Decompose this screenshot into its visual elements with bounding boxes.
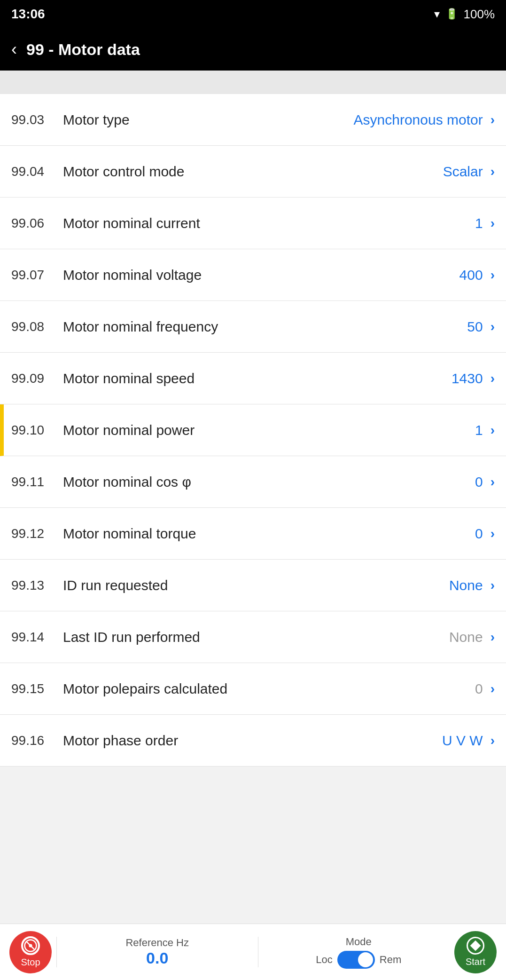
param-code: 99.06 [11,216,63,231]
param-value: 400 [459,267,483,283]
stop-button[interactable]: Stop [9,931,52,973]
param-name: Motor nominal speed [63,371,452,387]
toggle-knob [358,952,373,967]
status-bar: 13:06 ▾ 🔋 100% [0,0,506,28]
start-icon [467,937,484,955]
param-code: 99.13 [11,578,63,593]
chevron-right-icon: › [490,423,495,438]
param-code: 99.14 [11,630,63,645]
param-row[interactable]: 99.14Last ID run performedNone› [0,611,506,663]
param-value: U V W [442,733,483,749]
param-name: Motor control mode [63,164,443,180]
chevron-right-icon: › [490,681,495,696]
param-code: 99.11 [11,474,63,490]
chevron-right-icon: › [490,268,495,283]
param-name: Motor nominal current [63,215,475,231]
page-title: 99 - Motor data [26,40,140,59]
param-row[interactable]: 99.03Motor typeAsynchronous motor› [0,94,506,146]
toggle-switch[interactable] [337,951,375,969]
param-name: ID run requested [63,577,449,593]
start-label: Start [466,956,485,967]
stop-icon-svg [23,937,38,954]
status-time: 13:06 [11,7,45,22]
param-row[interactable]: 99.10Motor nominal power1› [0,404,506,456]
mode-toggle[interactable]: Loc Rem [316,951,401,969]
battery-icon: 🔋 [445,8,458,20]
param-row[interactable]: 99.06Motor nominal current1› [0,198,506,249]
chevron-right-icon: › [490,216,495,231]
param-name: Motor nominal power [63,422,475,438]
param-row[interactable]: 99.11Motor nominal cos φ0› [0,456,506,508]
mode-loc-label: Loc [316,954,332,966]
chevron-right-icon: › [490,371,495,386]
mode-label: Mode [346,936,372,948]
param-code: 99.16 [11,733,63,748]
param-row[interactable]: 99.04Motor control modeScalar› [0,146,506,198]
diamond-icon [470,940,481,951]
param-value: 0 [475,681,483,697]
param-code: 99.10 [11,423,63,438]
svg-point-2 [29,944,32,947]
back-button[interactable]: ‹ [11,40,17,59]
param-row[interactable]: 99.12Motor nominal torque0› [0,508,506,560]
param-name: Motor nominal frequency [63,319,467,335]
stop-icon [21,936,40,955]
chevron-right-icon: › [490,112,495,127]
chevron-right-icon: › [490,474,495,490]
param-code: 99.09 [11,371,63,386]
param-code: 99.12 [11,526,63,541]
battery-percent: 100% [464,7,495,22]
stop-label: Stop [21,957,40,968]
status-icons: ▾ 🔋 100% [434,7,495,22]
param-name: Motor nominal cos φ [63,474,475,490]
param-row[interactable]: 99.16Motor phase orderU V W› [0,715,506,767]
param-name: Motor nominal voltage [63,267,459,283]
param-value: 0 [475,526,483,542]
reference-label: Reference Hz [125,937,189,949]
param-name: Motor polepairs calculated [63,681,475,697]
chevron-right-icon: › [490,164,495,179]
mode-section: Mode Loc Rem [263,936,455,969]
param-code: 99.15 [11,681,63,696]
param-row[interactable]: 99.15Motor polepairs calculated0› [0,663,506,715]
chevron-right-icon: › [490,630,495,645]
chevron-right-icon: › [490,733,495,748]
param-name: Motor phase order [63,733,442,749]
start-button[interactable]: Start [454,931,497,973]
param-value: None [449,577,483,593]
param-row[interactable]: 99.09Motor nominal speed1430› [0,353,506,404]
param-name: Motor type [63,112,354,128]
param-code: 99.07 [11,268,63,283]
param-row[interactable]: 99.08Motor nominal frequency50› [0,301,506,353]
mode-rem-label: Rem [380,954,401,966]
param-value: Asynchronous motor [354,112,483,128]
param-value: 0 [475,474,483,490]
param-row[interactable]: 99.07Motor nominal voltage400› [0,249,506,301]
reference-value: 0.0 [146,949,168,967]
param-value: 1 [475,215,483,231]
param-value: 1 [475,422,483,438]
param-code: 99.03 [11,112,63,127]
param-row[interactable]: 99.13ID run requestedNone› [0,560,506,611]
chevron-right-icon: › [490,319,495,334]
param-value: 1430 [452,371,483,387]
param-code: 99.04 [11,164,63,179]
wifi-icon: ▾ [434,8,440,21]
reference-section: Reference Hz 0.0 [56,937,258,967]
header: ‹ 99 - Motor data [0,28,506,71]
section-spacer [0,71,506,94]
param-code: 99.08 [11,319,63,334]
bottom-bar: Stop Reference Hz 0.0 Mode Loc Rem Start [0,924,506,980]
param-value: 50 [467,319,483,335]
params-list: 99.03Motor typeAsynchronous motor›99.04M… [0,94,506,767]
chevron-right-icon: › [490,578,495,593]
param-value: None [449,629,483,645]
chevron-right-icon: › [490,526,495,541]
param-value: Scalar [443,164,483,180]
param-name: Last ID run performed [63,629,449,645]
param-name: Motor nominal torque [63,526,475,542]
